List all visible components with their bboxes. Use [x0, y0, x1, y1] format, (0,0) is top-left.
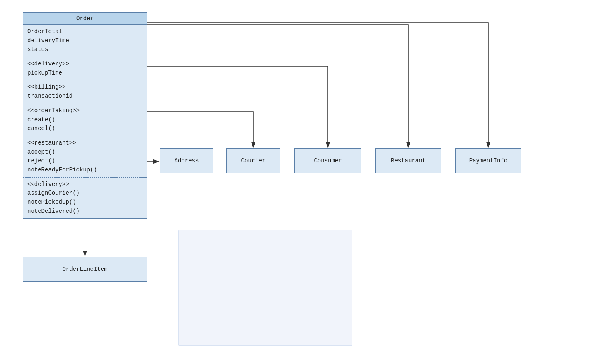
- order-ordertaking-section: <<orderTaking>> create() cancel(): [23, 104, 147, 136]
- order-class-box: Order OrderTotal deliveryTime status <<d…: [23, 12, 147, 219]
- order-assigncourier-method: assignCourier(): [27, 189, 143, 198]
- order-attr-3: status: [27, 45, 143, 54]
- order-delivery-methods-section: <<delivery>> assignCourier() notePickedU…: [23, 178, 147, 219]
- courier-class-box: Courier: [226, 148, 280, 173]
- order-delivery-methods-stereotype: <<delivery>>: [27, 180, 143, 189]
- order-restaurant-section: <<restaurant>> accept() reject() noteRea…: [23, 136, 147, 178]
- paymentinfo-class-box: PaymentInfo: [455, 148, 521, 173]
- order-reject-method: reject(): [27, 157, 143, 166]
- order-billing-section: <<billing>> transactionid: [23, 80, 147, 104]
- diagram-canvas: Order OrderTotal deliveryTime status <<d…: [0, 0, 594, 364]
- order-billing-attr: transactionid: [27, 92, 143, 101]
- order-create-method: create(): [27, 116, 143, 125]
- restaurant-class-box: Restaurant: [375, 148, 441, 173]
- consumer-label: Consumer: [314, 157, 342, 164]
- address-label: Address: [175, 157, 199, 164]
- order-ordertaking-stereotype: <<orderTaking>>: [27, 106, 143, 116]
- order-noteready-method: noteReadyForPickup(): [27, 166, 143, 175]
- order-notepickedup-method: notePickedUp(): [27, 198, 143, 207]
- restaurant-label: Restaurant: [391, 157, 426, 164]
- order-billing-stereotype: <<billing>>: [27, 83, 143, 92]
- order-delivery-section: <<delivery>> pickupTime: [23, 57, 147, 80]
- order-notedelivered-method: noteDelivered(): [27, 207, 143, 216]
- orderlineitem-class-box: OrderLineItem: [23, 257, 147, 282]
- order-cancel-method: cancel(): [27, 124, 143, 133]
- watermark-overlay: [178, 230, 352, 346]
- order-delivery-stereotype: <<delivery>>: [27, 60, 143, 69]
- order-attr-2: deliveryTime: [27, 36, 143, 46]
- courier-label: Courier: [241, 157, 266, 164]
- order-attr-1: OrderTotal: [27, 27, 143, 36]
- paymentinfo-label: PaymentInfo: [469, 157, 507, 164]
- orderlineitem-label: OrderLineItem: [62, 266, 107, 272]
- order-title: Order: [76, 15, 94, 22]
- order-attributes-section: OrderTotal deliveryTime status: [23, 25, 147, 57]
- consumer-class-box: Consumer: [294, 148, 361, 173]
- order-delivery-attr: pickupTime: [27, 69, 143, 78]
- order-header: Order: [23, 13, 147, 25]
- order-accept-method: accept(): [27, 148, 143, 157]
- order-restaurant-stereotype: <<restaurant>>: [27, 139, 143, 148]
- address-class-box: Address: [160, 148, 213, 173]
